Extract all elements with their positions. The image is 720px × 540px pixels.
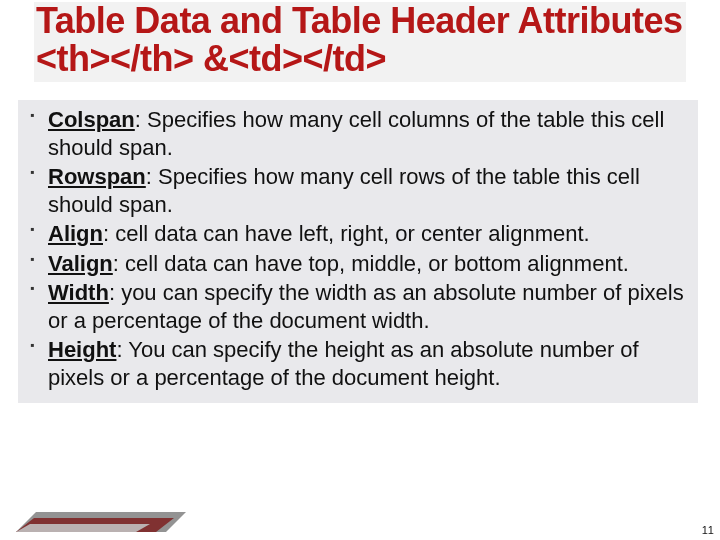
sep: :: [103, 221, 115, 246]
list-item: Height: You can specify the height as an…: [24, 336, 688, 391]
term: Valign: [48, 251, 113, 276]
slide-title: Table Data and Table Header Attributes <…: [34, 2, 686, 82]
sep: :: [109, 280, 121, 305]
decor-swoosh-icon: [16, 504, 196, 532]
term: Height: [48, 337, 116, 362]
bullet-list: Colspan: Specifies how many cell columns…: [24, 106, 688, 391]
sep: :: [113, 251, 125, 276]
content-box: Colspan: Specifies how many cell columns…: [18, 100, 698, 403]
sep: :: [135, 107, 147, 132]
svg-marker-0: [16, 512, 186, 532]
list-item: Colspan: Specifies how many cell columns…: [24, 106, 688, 161]
term: Rowspan: [48, 164, 146, 189]
term: Colspan: [48, 107, 135, 132]
title-box: Table Data and Table Header Attributes <…: [34, 2, 686, 82]
sep: :: [116, 337, 128, 362]
desc: You can specify the height as an absolut…: [48, 337, 639, 390]
desc: cell data can have left, right, or cente…: [115, 221, 589, 246]
desc: cell data can have top, middle, or botto…: [125, 251, 629, 276]
desc: you can specify the width as an absolute…: [48, 280, 684, 333]
list-item: Width: you can specify the width as an a…: [24, 279, 688, 334]
list-item: Valign: cell data can have top, middle, …: [24, 250, 688, 278]
list-item: Rowspan: Specifies how many cell rows of…: [24, 163, 688, 218]
page-number: 11: [702, 524, 714, 536]
term: Width: [48, 280, 109, 305]
svg-marker-2: [16, 524, 150, 532]
term: Align: [48, 221, 103, 246]
slide: Table Data and Table Header Attributes <…: [0, 0, 720, 540]
list-item: Align: cell data can have left, right, o…: [24, 220, 688, 248]
svg-marker-1: [16, 518, 174, 532]
sep: :: [146, 164, 158, 189]
